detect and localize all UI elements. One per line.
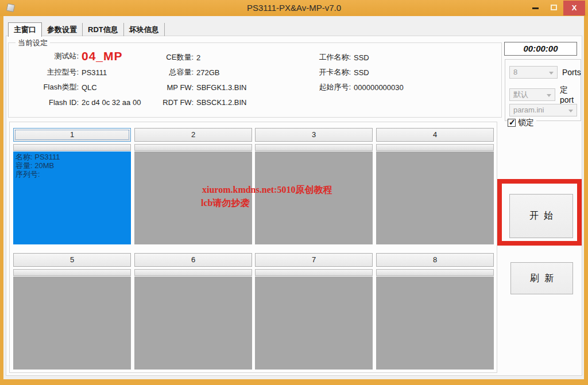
field-label: 测试站:	[14, 51, 79, 61]
chevron-down-icon	[549, 72, 554, 75]
watermark-line-2: lcb请勿抄袭	[201, 197, 249, 209]
chevron-down-icon	[568, 110, 573, 112]
setting-rdt-fw: RDT FW: SBSCK1.2.BIN	[138, 95, 246, 110]
setting-ce-count: CE数量: 2	[138, 50, 246, 65]
port-device-name: 名称: PS3111	[16, 153, 129, 161]
window-frame-right	[584, 16, 588, 385]
setting-start-serial: 起始序号: 000000000030	[283, 80, 404, 95]
ports-grid: 1 名称: PS3111 容量: 20MB 序列号: 2 3 4 5	[9, 122, 497, 373]
window-frame-bottom	[0, 379, 588, 385]
tab-rdt-info[interactable]: RDT信息	[83, 23, 124, 36]
window-frame-left	[0, 16, 3, 385]
window-title: PS3111-PX&Av-MP-v7.0	[0, 0, 588, 16]
maximize-button[interactable]	[546, 0, 563, 15]
port-4-status-panel	[376, 151, 494, 244]
setting-flash-type: Flash类型: QLC	[14, 80, 141, 95]
port-6-progress-bar	[134, 269, 252, 276]
setting-flash-id: Flash ID: 2c d4 0c 32 aa 00	[14, 95, 141, 110]
settings-column-3: 工作名称: SSD 开卡名称: SSD 起始序号: 000000000030	[283, 50, 404, 95]
field-value: QLC	[82, 83, 97, 92]
close-icon: X	[572, 3, 577, 12]
setting-job-name: 工作名称: SSD	[283, 50, 404, 65]
port-7-progress-bar	[255, 269, 373, 276]
field-label: MP FW:	[138, 83, 194, 92]
elapsed-timer: 00:00:00	[504, 42, 577, 56]
field-label: Flash类型:	[14, 82, 79, 92]
field-value: PS3111	[82, 68, 107, 77]
param-select-row: param.ini	[509, 104, 577, 116]
group-title: 当前设定	[16, 38, 50, 48]
port-device-serial: 序列号:	[16, 170, 129, 178]
field-label: 总容量:	[138, 67, 194, 77]
ports-select-label: Ports	[562, 68, 581, 77]
field-value: 04_MP	[82, 49, 123, 63]
field-value: SSD	[354, 53, 369, 62]
start-button[interactable]: 开始	[509, 194, 573, 238]
title-bar: PS3111-PX&Av-MP-v7.0 X	[0, 0, 588, 16]
port-6-status-panel	[134, 277, 252, 370]
field-label: 工作名称:	[283, 52, 351, 63]
field-label: Flash ID:	[14, 98, 79, 107]
field-value: SBSCK1.2.BIN	[196, 98, 246, 107]
chevron-down-icon	[547, 94, 551, 97]
port-8-status-panel	[376, 277, 494, 370]
setting-total-capacity: 总容量: 272GB	[138, 65, 246, 80]
port-4-progress-bar	[376, 144, 494, 151]
port-3-status-panel	[255, 151, 373, 244]
lock-checkbox-label: 锁定	[518, 118, 534, 128]
select-value: 8	[513, 68, 517, 76]
field-label: RDT FW:	[138, 98, 194, 107]
minimize-button[interactable]	[527, 0, 544, 15]
mode-select-label: 定port	[560, 85, 581, 104]
port-4-button[interactable]: 4	[376, 128, 494, 142]
close-button[interactable]: X	[563, 1, 585, 15]
field-value: 2	[196, 53, 200, 62]
field-label: CE数量:	[138, 52, 194, 63]
port-7-button[interactable]: 7	[255, 253, 373, 267]
field-label: 起始序号:	[283, 82, 351, 92]
port-2-progress-bar	[134, 144, 252, 151]
port-1-button[interactable]: 1	[13, 128, 131, 142]
port-3-progress-bar	[255, 144, 373, 151]
ports-select-row: 8 Ports	[509, 66, 581, 79]
port-device-capacity: 容量: 20MB	[16, 161, 129, 170]
field-label: 开卡名称:	[283, 67, 351, 77]
field-label: 主控型号:	[14, 67, 79, 77]
field-value: SBFGK1.3.BIN	[196, 83, 246, 92]
maximize-icon	[551, 5, 557, 10]
setting-controller-model: 主控型号: PS3111	[14, 65, 141, 80]
refresh-button[interactable]: 刷新	[510, 262, 573, 294]
field-value: 272GB	[196, 68, 219, 77]
tab-bad-block-info[interactable]: 坏块信息	[124, 23, 165, 36]
port-2-button[interactable]: 2	[134, 128, 252, 142]
watermark-line-1: xiurom.kmdns.net:5010原创教程	[202, 184, 332, 196]
setting-mp-fw: MP FW: SBFGK1.3.BIN	[138, 80, 246, 95]
setting-card-name: 开卡名称: SSD	[283, 65, 404, 80]
app-window: PS3111-PX&Av-MP-v7.0 X 主窗口 参数设置 RDT信息 坏块…	[0, 0, 588, 385]
checkbox-box: ✓	[508, 119, 516, 127]
current-settings-group: 当前设定 测试站: 04_MP 主控型号: PS3111 Flash类型: QL…	[8, 42, 502, 118]
tab-main-window[interactable]: 主窗口	[8, 22, 42, 37]
tab-bar: 主窗口 参数设置 RDT信息 坏块信息	[8, 22, 165, 36]
mode-select-row: 默认 定port	[509, 85, 581, 104]
settings-column-2: CE数量: 2 总容量: 272GB MP FW: SBFGK1.3.BIN R…	[138, 50, 246, 110]
port-6-button[interactable]: 6	[134, 253, 252, 267]
settings-column-1: 测试站: 04_MP 主控型号: PS3111 Flash类型: QLC Fla…	[14, 48, 141, 110]
port-1-status-panel: 名称: PS3111 容量: 20MB 序列号:	[13, 151, 131, 244]
port-8-button[interactable]: 8	[376, 253, 494, 267]
ports-count-select[interactable]: 8	[509, 66, 558, 79]
tab-parameter-settings[interactable]: 参数设置	[42, 23, 83, 36]
port-5-button[interactable]: 5	[13, 253, 131, 267]
param-file-select[interactable]: param.ini	[509, 104, 577, 116]
port-5-progress-bar	[13, 269, 131, 276]
lock-checkbox[interactable]: ✓ 锁定	[508, 117, 536, 129]
field-value: 000000000030	[354, 83, 404, 92]
port-7-status-panel	[255, 277, 373, 370]
port-mode-select[interactable]: 默认	[509, 88, 555, 101]
select-value: 默认	[513, 90, 528, 99]
field-value: 2c d4 0c 32 aa 00	[82, 98, 141, 107]
port-3-button[interactable]: 3	[255, 128, 373, 142]
select-value: param.ini	[513, 106, 544, 114]
port-8-progress-bar	[376, 269, 494, 276]
setting-test-station: 测试站: 04_MP	[14, 48, 141, 65]
